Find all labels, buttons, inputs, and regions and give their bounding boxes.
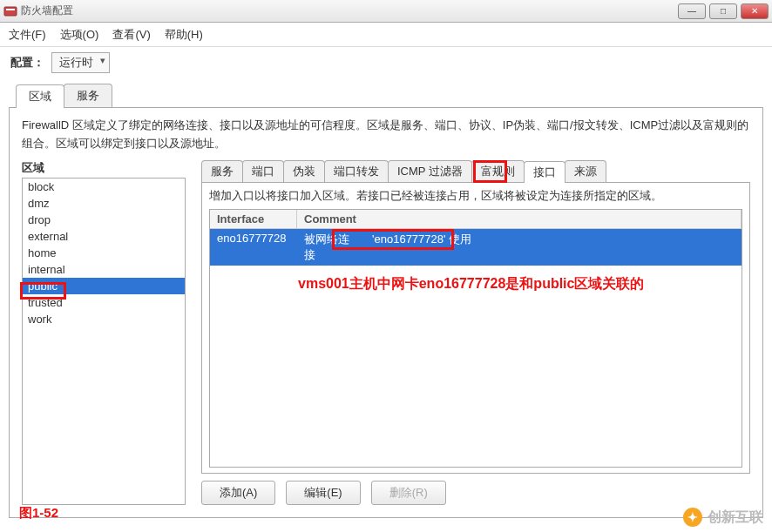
zone-item-trusted[interactable]: trusted	[23, 294, 185, 311]
menu-help[interactable]: 帮助(H)	[165, 27, 203, 43]
inner-tabs: 服务 端口 伪装 端口转发 ICMP 过滤器 富规则 接口 来源	[201, 160, 750, 182]
inner-tab-port[interactable]: 端口	[242, 160, 284, 182]
add-button[interactable]: 添加(A)	[201, 481, 275, 505]
titlebar: 防火墙配置 — □ ✕	[0, 0, 772, 23]
window-controls: — □ ✕	[678, 3, 769, 19]
zone-item-block[interactable]: block	[23, 178, 185, 195]
zone-item-dmz[interactable]: dmz	[23, 195, 185, 212]
zone-item-work[interactable]: work	[23, 311, 185, 327]
zone-item-home[interactable]: home	[23, 245, 185, 261]
zone-item-drop[interactable]: drop	[23, 212, 185, 228]
cell-interface: eno16777728	[210, 229, 297, 266]
watermark-text: 创新互联	[708, 508, 763, 527]
zone-item-internal[interactable]: internal	[23, 261, 185, 278]
maximize-button[interactable]: □	[709, 3, 737, 19]
inner-tab-iface[interactable]: 接口	[524, 161, 565, 183]
config-dropdown[interactable]: 运行时	[51, 52, 110, 73]
svg-rect-0	[4, 7, 17, 16]
app-icon	[3, 4, 17, 18]
config-label: 配置：	[10, 55, 44, 71]
zone-description: FirewallD 区域定义了绑定的网络连接、接口以及源地址的可信程度。区域是服…	[22, 117, 750, 153]
zone-list-label: 区域	[22, 160, 186, 176]
svg-rect-1	[6, 9, 15, 10]
menu-file[interactable]: 文件(F)	[9, 27, 46, 43]
menu-options[interactable]: 选项(O)	[60, 27, 99, 43]
interface-table-head: Interface Comment	[210, 210, 742, 229]
close-button[interactable]: ✕	[741, 3, 769, 19]
edit-button[interactable]: 编辑(E)	[286, 481, 360, 505]
outer-tabs: 区域 服务	[16, 84, 772, 107]
zone-item-external[interactable]: external	[23, 228, 185, 245]
interface-panel: 增加入口以将接口加入区域。若接口已经被连接占用，区域将被设定为连接所指定的区域。…	[201, 182, 750, 474]
menu-view[interactable]: 查看(V)	[112, 27, 150, 43]
cell-comment-b: 'eno16777728' 使用	[365, 229, 742, 266]
inner-tab-portfwd[interactable]: 端口转发	[324, 160, 389, 182]
interface-desc: 增加入口以将接口加入区域。若接口已经被连接占用，区域将被设定为连接所指定的区域。	[209, 188, 742, 204]
button-row: 添加(A) 编辑(E) 删除(R)	[201, 481, 750, 505]
watermark-logo-icon: ✦	[683, 508, 702, 527]
watermark: ✦ 创新互联	[683, 508, 763, 527]
inner-tab-icmp[interactable]: ICMP 过滤器	[388, 160, 472, 182]
tab-service[interactable]: 服务	[64, 84, 112, 107]
interface-table[interactable]: Interface Comment eno16777728 被网络连接 'eno…	[209, 209, 742, 468]
cell-comment-a: 被网络连接	[297, 229, 365, 266]
inner-tab-rich[interactable]: 富规则	[471, 160, 525, 182]
zone-item-public[interactable]: public	[23, 278, 185, 294]
config-row: 配置： 运行时	[0, 47, 772, 78]
minimize-button[interactable]: —	[678, 3, 706, 19]
menubar: 文件(F) 选项(O) 查看(V) 帮助(H)	[0, 23, 772, 47]
figure-caption: 图1-52	[19, 505, 58, 522]
interface-row[interactable]: eno16777728 被网络连接 'eno16777728' 使用	[210, 229, 742, 266]
col-comment[interactable]: Comment	[297, 210, 742, 229]
zone-panel: FirewallD 区域定义了绑定的网络连接、接口以及源地址的可信程度。区域是服…	[9, 107, 763, 518]
inner-tab-source[interactable]: 来源	[565, 160, 606, 182]
inner-tab-service[interactable]: 服务	[201, 160, 243, 182]
window-title: 防火墙配置	[21, 3, 678, 18]
annotation-text: vms001主机中网卡eno16777728是和public区域关联的	[298, 275, 644, 293]
zone-list[interactable]: block dmz drop external home internal pu…	[22, 178, 186, 505]
col-interface[interactable]: Interface	[210, 210, 297, 229]
delete-button[interactable]: 删除(R)	[371, 481, 446, 505]
inner-tab-masq[interactable]: 伪装	[283, 160, 325, 182]
tab-zone[interactable]: 区域	[16, 84, 64, 108]
